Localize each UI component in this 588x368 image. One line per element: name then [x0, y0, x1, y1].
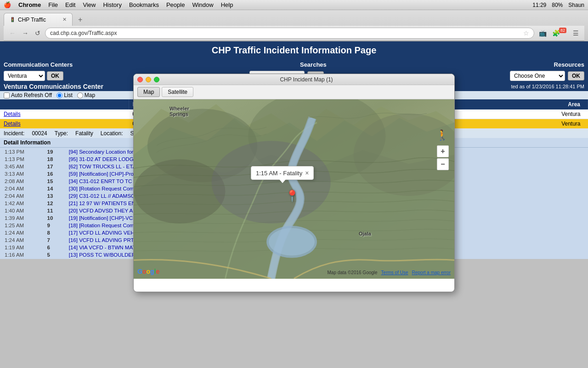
menubar-help[interactable]: Help: [221, 1, 233, 8]
menubar-user: Shaun: [568, 2, 584, 8]
detail-time: 1:39 AM: [1, 215, 43, 221]
resources-ok-button[interactable]: OK: [568, 71, 584, 80]
comm-center-select-wrapper: Ventura OK: [4, 71, 63, 81]
detail-time: 2:04 AM: [1, 193, 43, 199]
detail-seq: 16: [44, 171, 64, 177]
browser-toolbar: ← → ↺ cad.chp.ca.gov/Traffic.aspx ☆ 📺 🧩8…: [4, 26, 584, 41]
detail-time: 1:13 PM: [1, 156, 43, 162]
resources-label: Resources: [554, 61, 584, 68]
forward-button[interactable]: →: [20, 29, 30, 38]
incident-no-value: 00024: [32, 130, 47, 137]
new-tab-button[interactable]: +: [74, 14, 86, 26]
map-area[interactable]: WheelerSprings Ojala 1:15 AM - Fatality …: [134, 99, 454, 279]
window-minimize-button[interactable]: [146, 77, 151, 82]
auto-refresh-checkbox[interactable]: [4, 92, 10, 98]
back-button[interactable]: ←: [7, 29, 17, 38]
detail-time: 1:13 PM: [1, 149, 43, 155]
map-radio[interactable]: [77, 92, 83, 98]
menubar-file[interactable]: File: [48, 1, 58, 8]
menubar-right: 11:29 80% Shaun: [532, 2, 584, 8]
detail-seq: 18: [44, 156, 64, 162]
detail-seq: 11: [44, 207, 64, 214]
updated-text: ted as of 1/23/2016 11:28:41 PM: [511, 84, 584, 89]
zoom-in-button[interactable]: +: [437, 145, 449, 157]
map-radio-label[interactable]: Map: [77, 92, 95, 98]
incident-label: Incident:: [4, 130, 24, 137]
detail-time: 1:40 AM: [1, 207, 43, 214]
detail-seq: 14: [44, 185, 64, 192]
menubar-view[interactable]: View: [83, 1, 96, 8]
detail-seq: 15: [44, 178, 64, 184]
detail-time: 1:24 AM: [1, 237, 43, 243]
resources-select[interactable]: Choose One: [510, 71, 565, 81]
map-tooltip-text: 1:15 AM - Fatality: [256, 170, 302, 177]
google-logo: Google: [137, 268, 159, 275]
map-copyright: Map data ©2016 Google Terms of Use Repor…: [327, 270, 451, 275]
cast-button[interactable]: 📺: [537, 29, 548, 38]
auto-refresh-label: Auto Refresh Off: [11, 92, 52, 98]
map-incident-marker[interactable]: 📍: [285, 190, 299, 202]
place-name-ojala: Ojala: [359, 231, 371, 236]
communication-center-ok-button[interactable]: OK: [47, 71, 63, 80]
detail-time: 2:08 AM: [1, 178, 43, 184]
list-radio-label[interactable]: List: [57, 92, 73, 98]
details-link-2[interactable]: Details: [4, 121, 21, 127]
menubar-history[interactable]: History: [103, 1, 121, 8]
menubar-people[interactable]: People: [166, 1, 185, 8]
details-link-1[interactable]: Details: [4, 111, 21, 117]
window-maximize-button[interactable]: [154, 77, 159, 82]
detail-seq: 6: [44, 244, 64, 251]
chrome-menu-button[interactable]: ☰: [571, 29, 581, 38]
mac-menubar: 🍎 Chrome File Edit View History Bookmark…: [0, 0, 588, 10]
extension-badge: 82: [559, 28, 566, 33]
menubar-edit[interactable]: Edit: [65, 1, 75, 8]
browser-tab-active[interactable]: 🚦 CHP Traffic ✕: [4, 13, 73, 26]
detail-time: 3:13 AM: [1, 171, 43, 177]
tab-favicon: 🚦: [10, 17, 15, 22]
detail-seq: 8: [44, 230, 64, 236]
zoom-out-button[interactable]: −: [437, 158, 449, 170]
menubar-bookmarks[interactable]: Bookmarks: [129, 1, 159, 8]
tab-close-button[interactable]: ✕: [62, 17, 67, 23]
detail-time: 1:16 AM: [1, 252, 43, 258]
menubar-chrome[interactable]: Chrome: [18, 1, 41, 8]
place-name-wheeler-springs: WheelerSprings: [170, 106, 189, 117]
resources-section: Resources: [554, 61, 584, 68]
terms-of-use-link[interactable]: Terms of Use: [381, 270, 408, 275]
detail-seq: 7: [44, 237, 64, 243]
detail-time: 3:45 AM: [1, 163, 43, 170]
detail-seq: 12: [44, 200, 64, 207]
browser-tabs-row: 🚦 CHP Traffic ✕ +: [4, 13, 584, 26]
page-header: CHP Traffic Incident Information Page: [0, 41, 588, 59]
detail-seq: 5: [44, 252, 64, 258]
tab-title: CHP Traffic: [18, 17, 46, 23]
map-terrain-svg: [134, 99, 454, 279]
menubar-window[interactable]: Window: [192, 1, 213, 8]
list-radio[interactable]: [57, 92, 62, 98]
communication-centers-section: Communication Centers: [4, 61, 73, 68]
detail-seq: 17: [44, 163, 64, 170]
communication-centers-label: Communication Centers: [4, 61, 73, 68]
window-close-button[interactable]: [137, 77, 143, 82]
map-view-button[interactable]: Map: [137, 87, 160, 97]
extension-button[interactable]: 🧩82: [550, 29, 569, 38]
detail-time: 1:25 AM: [1, 222, 43, 229]
cc-title-text: Ventura Communications Center: [4, 83, 103, 90]
reload-button[interactable]: ↺: [33, 29, 42, 38]
type-label: Type:: [55, 130, 68, 137]
map-data-text: Map data ©2016 Google: [327, 270, 377, 275]
resources-select-wrapper: Choose One OK: [510, 71, 584, 81]
satellite-view-button[interactable]: Satellite: [162, 87, 193, 97]
communication-center-select[interactable]: Ventura: [4, 71, 45, 81]
apple-menu-icon[interactable]: 🍎: [4, 1, 11, 8]
map-label: Map: [85, 92, 95, 98]
map-tooltip-close-button[interactable]: ×: [305, 169, 309, 177]
bookmark-star-icon[interactable]: ☆: [523, 29, 529, 37]
map-tooltip: 1:15 AM - Fatality ×: [251, 166, 314, 180]
report-map-error-link[interactable]: Report a map error: [412, 270, 451, 275]
address-bar[interactable]: cad.chp.ca.gov/Traffic.aspx ☆: [45, 28, 534, 39]
list-label: List: [64, 92, 73, 98]
auto-refresh-checkbox-label[interactable]: Auto Refresh Off: [4, 92, 52, 98]
street-view-icon[interactable]: 🚶: [436, 129, 448, 141]
browser-chrome: 🚦 CHP Traffic ✕ + ← → ↺ cad.chp.ca.gov/T…: [0, 10, 588, 41]
